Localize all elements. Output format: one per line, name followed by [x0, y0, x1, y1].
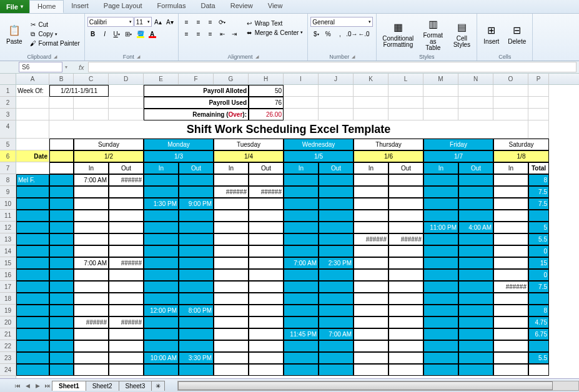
row-header-20[interactable]: 20: [0, 316, 16, 328]
cell-B4[interactable]: Shift Work Scheduling Excel Template: [49, 120, 528, 139]
cell-N14[interactable]: [458, 245, 493, 257]
align-top-button[interactable]: ≡: [181, 17, 192, 27]
cell-M14[interactable]: [423, 245, 458, 257]
cell-B15[interactable]: [49, 257, 74, 269]
cell-H24[interactable]: [249, 364, 284, 376]
cell-A17[interactable]: [16, 281, 49, 293]
cell-M15[interactable]: [423, 257, 458, 269]
cell-B6[interactable]: [49, 150, 74, 162]
cell-A20[interactable]: [16, 316, 49, 328]
cell-D18[interactable]: [109, 293, 144, 305]
cell-N1[interactable]: [458, 85, 493, 97]
format-painter-button[interactable]: 🖌Format Painter: [27, 39, 82, 48]
cell-E16[interactable]: [144, 269, 179, 281]
cell-O6[interactable]: 1/8: [493, 150, 549, 162]
cell-M11[interactable]: [423, 210, 458, 222]
cell-O10[interactable]: [493, 198, 528, 210]
cell-H15[interactable]: [249, 257, 284, 269]
cell-E15[interactable]: [144, 257, 179, 269]
cell-F21[interactable]: [179, 328, 214, 340]
cell-G21[interactable]: [214, 328, 249, 340]
cell-D7[interactable]: Out: [109, 162, 144, 174]
tab-insert[interactable]: Insert: [64, 0, 96, 13]
cell-J7[interactable]: Out: [319, 162, 354, 174]
font-launcher[interactable]: ◢: [137, 54, 140, 59]
cell-F17[interactable]: [179, 281, 214, 293]
tab-review[interactable]: Review: [223, 0, 260, 13]
cell-I15[interactable]: 7:00 AM: [284, 257, 319, 269]
cell-K22[interactable]: [354, 340, 388, 352]
column-header-G[interactable]: G: [214, 74, 249, 84]
cell-H7[interactable]: Out: [249, 162, 284, 174]
cell-I14[interactable]: [284, 245, 319, 257]
cut-button[interactable]: ✂Cut: [27, 21, 82, 29]
cell-F8[interactable]: [179, 174, 214, 186]
wrap-text-button[interactable]: ↩Wrap Text: [244, 19, 305, 27]
cell-C22[interactable]: [74, 340, 109, 352]
cell-D12[interactable]: [109, 222, 144, 233]
cell-A16[interactable]: [16, 269, 49, 281]
cell-D13[interactable]: [109, 233, 144, 245]
cell-M20[interactable]: [423, 316, 458, 328]
bold-button[interactable]: B: [87, 29, 99, 39]
cell-E14[interactable]: [144, 245, 179, 257]
cell-K17[interactable]: [354, 281, 388, 293]
cell-K18[interactable]: [354, 293, 388, 305]
paste-button[interactable]: 📋 Paste: [2, 15, 26, 53]
cell-K11[interactable]: [354, 210, 388, 222]
cell-H9[interactable]: ######: [249, 186, 284, 198]
cell-M19[interactable]: [423, 305, 458, 316]
cell-J20[interactable]: [319, 316, 354, 328]
tab-data[interactable]: Data: [193, 0, 222, 13]
cell-P16[interactable]: 0: [528, 269, 549, 281]
row-header-6[interactable]: 6: [0, 150, 16, 162]
insert-cells-button[interactable]: ⊞ Insert: [480, 15, 503, 53]
cell-H21[interactable]: [249, 328, 284, 340]
cell-L15[interactable]: [388, 257, 423, 269]
cell-P2[interactable]: [528, 97, 549, 109]
cell-D15[interactable]: ######: [109, 257, 144, 269]
conditional-formatting-button[interactable]: ▦ Conditional Formatting: [379, 15, 417, 53]
cell-J1[interactable]: [319, 85, 354, 97]
cell-P15[interactable]: 15: [528, 257, 549, 269]
cell-O7[interactable]: In: [493, 162, 528, 174]
cell-H3[interactable]: 26.00: [249, 109, 284, 120]
cell-I16[interactable]: [284, 269, 319, 281]
column-header-C[interactable]: C: [74, 74, 109, 84]
cell-J3[interactable]: [319, 109, 354, 120]
cell-K9[interactable]: [354, 186, 388, 198]
cell-A23[interactable]: [16, 352, 49, 364]
cell-L3[interactable]: [388, 109, 423, 120]
cell-D11[interactable]: [109, 210, 144, 222]
cell-I21[interactable]: 11:45 PM: [284, 328, 319, 340]
cell-A2[interactable]: [16, 97, 49, 109]
cell-H22[interactable]: [249, 340, 284, 352]
cell-D10[interactable]: [109, 198, 144, 210]
cell-N15[interactable]: [458, 257, 493, 269]
cell-K1[interactable]: [354, 85, 388, 97]
cell-M6[interactable]: 1/7: [423, 150, 493, 162]
cell-B7[interactable]: [49, 162, 74, 174]
cell-A9[interactable]: [16, 186, 49, 198]
row-header-14[interactable]: 14: [0, 245, 16, 257]
cell-D21[interactable]: [109, 328, 144, 340]
cell-H13[interactable]: [249, 233, 284, 245]
row-header-11[interactable]: 11: [0, 210, 16, 222]
cell-L2[interactable]: [388, 97, 423, 109]
cell-B13[interactable]: [49, 233, 74, 245]
cell-N11[interactable]: [458, 210, 493, 222]
cell-F18[interactable]: [179, 293, 214, 305]
cell-K23[interactable]: [354, 352, 388, 364]
cell-D24[interactable]: [109, 364, 144, 376]
cell-E3[interactable]: Remaining (Over):: [144, 109, 249, 120]
cell-H18[interactable]: [249, 293, 284, 305]
cell-C24[interactable]: [74, 364, 109, 376]
cell-O22[interactable]: [493, 340, 528, 352]
cell-A7[interactable]: [16, 162, 49, 174]
cell-J13[interactable]: [319, 233, 354, 245]
number-format-select[interactable]: General▾: [310, 17, 373, 27]
cell-F7[interactable]: Out: [179, 162, 214, 174]
cell-G23[interactable]: [214, 352, 249, 364]
cell-B2[interactable]: [49, 97, 74, 109]
cell-C8[interactable]: 7:00 AM: [74, 174, 109, 186]
